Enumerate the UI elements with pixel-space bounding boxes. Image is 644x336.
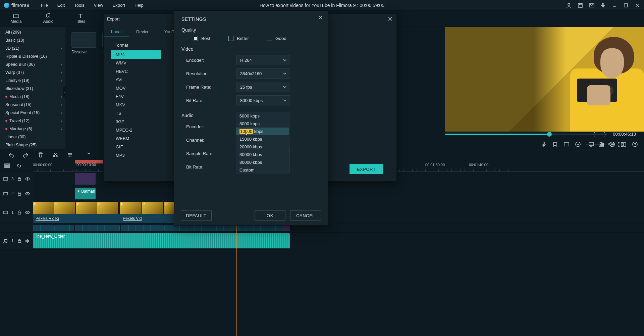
sidebar-item-5[interactable]: Warp (37)› bbox=[0, 68, 65, 77]
sidebar-item-10[interactable]: Special Event (15)› bbox=[0, 109, 65, 117]
chunk[interactable] bbox=[54, 225, 74, 231]
clip-batman[interactable]: ✦ Batman bbox=[75, 188, 96, 199]
asset-dissolve[interactable]: Dissolve bbox=[71, 32, 99, 54]
video-encoder-select[interactable]: H.264 bbox=[236, 55, 290, 65]
clip-pexels-1[interactable]: Pexels Video bbox=[33, 202, 120, 223]
scrubber-knob[interactable] bbox=[547, 132, 552, 137]
menu-file[interactable]: File bbox=[36, 1, 53, 10]
sidebar-item-0[interactable]: All (299) bbox=[0, 28, 65, 36]
mic-icon[interactable] bbox=[600, 3, 606, 8]
format-option-hevc[interactable]: HEVC bbox=[111, 67, 161, 76]
help-icon[interactable] bbox=[632, 141, 638, 147]
clip-short[interactable] bbox=[164, 202, 174, 223]
window-minimize-icon[interactable] bbox=[612, 3, 617, 8]
screen-fit-icon[interactable] bbox=[588, 141, 594, 147]
tab-titles[interactable]: Titles bbox=[64, 10, 97, 27]
bitrate-option[interactable]: 8000 kbps bbox=[236, 120, 289, 128]
menu-view[interactable]: View bbox=[89, 1, 108, 10]
lock-icon[interactable] bbox=[17, 177, 22, 181]
sidebar-item-11[interactable]: Travel (12)› bbox=[0, 117, 65, 125]
bitrate-option[interactable]: 20000 kbps bbox=[236, 143, 289, 151]
bitrate-option[interactable]: 30000 kbps bbox=[236, 151, 289, 158]
bitrate-option[interactable]: Custom bbox=[236, 166, 289, 174]
tab-media[interactable]: Media bbox=[0, 10, 32, 27]
format-option-mp3[interactable]: MP3 bbox=[111, 151, 161, 159]
menu-tools[interactable]: Tools bbox=[69, 1, 89, 10]
save-icon[interactable] bbox=[578, 3, 583, 8]
clip-audio[interactable]: The_New_Order bbox=[33, 233, 290, 248]
chunk[interactable] bbox=[33, 225, 54, 231]
format-option-ts[interactable]: TS bbox=[111, 109, 161, 117]
menu-help[interactable]: Help bbox=[130, 1, 148, 10]
cancel-button[interactable]: CANCEL bbox=[290, 210, 321, 221]
bitrate-option[interactable]: 80000 kbps bbox=[236, 158, 289, 166]
bitrate-option[interactable]: 6000 kbps bbox=[236, 112, 289, 120]
ok-button[interactable]: OK bbox=[255, 210, 285, 221]
quality-best[interactable]: Best bbox=[193, 36, 210, 41]
lock-icon[interactable] bbox=[17, 210, 22, 215]
speaker-icon[interactable] bbox=[25, 239, 30, 243]
format-option-webm[interactable]: WEBM bbox=[111, 134, 161, 143]
sidebar-item-2[interactable]: 3D (21)› bbox=[0, 44, 65, 52]
sidebar-item-13[interactable]: Linear (30) bbox=[0, 133, 65, 141]
default-button[interactable]: DEFAULT bbox=[181, 210, 212, 221]
fullscreen-icon[interactable] bbox=[617, 141, 623, 147]
sidebar-item-4[interactable]: Speed Blur (36)› bbox=[0, 60, 65, 68]
scissors-icon[interactable] bbox=[52, 152, 58, 158]
chunk-end[interactable] bbox=[282, 225, 290, 231]
link-icon[interactable] bbox=[16, 163, 22, 169]
video-bitrate-select[interactable]: 80000 kbps bbox=[236, 95, 290, 105]
sidebar-item-1[interactable]: Basic (18) bbox=[0, 36, 65, 44]
clip-pexels-2[interactable]: Pexels Vid bbox=[120, 202, 164, 223]
format-option-mkv[interactable]: MKV bbox=[111, 101, 161, 109]
chunk[interactable] bbox=[164, 225, 282, 231]
eye-icon[interactable] bbox=[25, 191, 30, 196]
menu-export[interactable]: Export bbox=[108, 1, 130, 10]
volume-icon[interactable] bbox=[608, 141, 614, 147]
redo-icon[interactable] bbox=[23, 152, 29, 158]
sidebar-item-14[interactable]: Plain Shape (25) bbox=[0, 141, 65, 149]
sliders-icon[interactable] bbox=[67, 152, 73, 158]
format-option-avi[interactable]: AVI bbox=[111, 76, 161, 84]
bitrate-dropdown[interactable]: 6000 kbps8000 kbps10000 kbps15000 kbps20… bbox=[236, 112, 289, 174]
settings-close-button[interactable] bbox=[317, 14, 324, 21]
clip-transition[interactable] bbox=[75, 173, 96, 185]
export-tab-local[interactable]: Local bbox=[104, 27, 129, 37]
sidebar-item-3[interactable]: Ripple & Dissolve (16) bbox=[0, 52, 65, 60]
resolution-select[interactable]: 3840x2160 bbox=[236, 68, 290, 79]
sidebar-item-6[interactable]: Lifestyle (19)› bbox=[0, 77, 65, 85]
quality-better[interactable]: Better bbox=[228, 36, 249, 41]
eye-icon[interactable] bbox=[25, 177, 30, 181]
window-maximize-icon[interactable] bbox=[623, 3, 629, 8]
preview-in-out-marks[interactable]: { } bbox=[593, 132, 607, 137]
chunk[interactable] bbox=[75, 225, 120, 231]
export-close-button[interactable] bbox=[386, 15, 394, 22]
sidebar-item-7[interactable]: Slideshow (31) bbox=[0, 85, 65, 93]
lock-icon[interactable] bbox=[17, 239, 22, 243]
lock-icon[interactable] bbox=[17, 191, 22, 196]
mail-icon[interactable] bbox=[589, 3, 594, 8]
format-option-mp4[interactable]: MP4 bbox=[111, 50, 161, 59]
preview-scrubber[interactable] bbox=[445, 134, 607, 135]
aspect-icon[interactable] bbox=[564, 141, 570, 147]
mic-icon[interactable] bbox=[541, 141, 547, 147]
export-tab-device[interactable]: Device bbox=[129, 27, 157, 37]
export-button[interactable]: EXPORT bbox=[350, 164, 383, 174]
selection-range[interactable] bbox=[75, 160, 105, 163]
undo-icon[interactable] bbox=[8, 152, 14, 158]
framerate-select[interactable]: 25 fps bbox=[236, 82, 290, 92]
format-option-f4v[interactable]: F4V bbox=[111, 92, 161, 101]
zoom-out-icon[interactable] bbox=[575, 141, 581, 147]
timeline-menu-icon[interactable] bbox=[4, 163, 10, 169]
format-option-mpeg-2[interactable]: MPEG-2 bbox=[111, 126, 161, 134]
window-close-icon[interactable] bbox=[635, 3, 640, 8]
sidebar-item-9[interactable]: Seasonal (15)› bbox=[0, 101, 65, 109]
chevron-down-icon[interactable] bbox=[87, 151, 91, 156]
trash-icon[interactable] bbox=[38, 152, 44, 158]
format-option-gif[interactable]: GIF bbox=[111, 143, 161, 151]
account-icon[interactable] bbox=[566, 3, 572, 8]
sidebar-item-12[interactable]: Marriage (6)› bbox=[0, 125, 65, 133]
sidebar-item-8[interactable]: Media (18)› bbox=[0, 93, 65, 101]
format-option-wmv[interactable]: WMV bbox=[111, 59, 161, 67]
format-option-3gp[interactable]: 3GP bbox=[111, 117, 161, 126]
